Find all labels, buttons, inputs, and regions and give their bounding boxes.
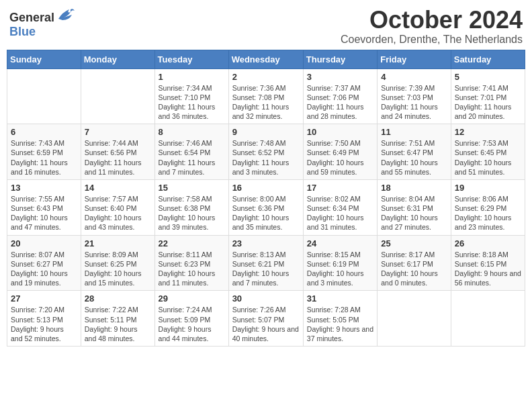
weekday-header: Saturday [451,50,525,68]
calendar-cell: 11Sunrise: 7:51 AM Sunset: 6:47 PM Dayli… [378,124,451,180]
calendar-week-row: 13Sunrise: 7:55 AM Sunset: 6:43 PM Dayli… [7,179,525,235]
day-info: Sunrise: 7:24 AM Sunset: 5:09 PM Dayligh… [159,305,225,343]
day-number: 9 [232,127,300,137]
day-info: Sunrise: 8:06 AM Sunset: 6:29 PM Dayligh… [455,194,521,232]
day-number: 5 [455,72,521,82]
day-number: 6 [11,127,77,137]
day-info: Sunrise: 7:43 AM Sunset: 6:59 PM Dayligh… [11,138,77,177]
calendar-cell: 15Sunrise: 7:58 AM Sunset: 6:38 PM Dayli… [154,179,228,235]
day-number: 18 [381,183,447,193]
calendar-week-row: 20Sunrise: 8:07 AM Sunset: 6:27 PM Dayli… [7,235,525,291]
day-number: 2 [232,72,300,82]
calendar-cell: 25Sunrise: 8:17 AM Sunset: 6:17 PM Dayli… [378,235,451,291]
day-number: 14 [85,183,151,193]
calendar-week-row: 27Sunrise: 7:20 AM Sunset: 5:13 PM Dayli… [7,291,525,347]
day-info: Sunrise: 7:48 AM Sunset: 6:52 PM Dayligh… [232,138,300,177]
day-number: 25 [381,238,447,248]
calendar-cell: 20Sunrise: 8:07 AM Sunset: 6:27 PM Dayli… [7,235,81,291]
calendar-cell: 9Sunrise: 7:48 AM Sunset: 6:52 PM Daylig… [228,124,303,180]
weekday-header: Sunday [7,50,81,68]
calendar-cell: 7Sunrise: 7:44 AM Sunset: 6:56 PM Daylig… [81,124,154,180]
calendar-cell: 10Sunrise: 7:50 AM Sunset: 6:49 PM Dayli… [303,124,377,180]
calendar-cell: 4Sunrise: 7:39 AM Sunset: 7:03 PM Daylig… [378,68,451,124]
weekday-header: Friday [378,50,451,68]
day-info: Sunrise: 7:44 AM Sunset: 6:56 PM Dayligh… [85,138,151,177]
day-info: Sunrise: 8:02 AM Sunset: 6:34 PM Dayligh… [307,194,373,232]
day-info: Sunrise: 7:34 AM Sunset: 7:10 PM Dayligh… [159,83,225,122]
day-number: 10 [307,127,373,137]
logo-blue: Blue [9,25,36,38]
day-number: 11 [381,127,447,137]
weekday-header: Tuesday [154,50,228,68]
day-number: 24 [307,238,373,248]
day-number: 1 [159,72,225,82]
weekday-header-row: SundayMondayTuesdayWednesdayThursdayFrid… [7,50,525,68]
day-info: Sunrise: 8:17 AM Sunset: 6:17 PM Dayligh… [381,250,447,288]
day-info: Sunrise: 7:28 AM Sunset: 5:05 PM Dayligh… [307,305,373,343]
weekday-header: Wednesday [228,50,303,68]
day-info: Sunrise: 8:09 AM Sunset: 6:25 PM Dayligh… [85,250,151,288]
logo-text: General Blue [9,7,75,39]
calendar-cell: 21Sunrise: 8:09 AM Sunset: 6:25 PM Dayli… [81,235,154,291]
day-number: 31 [307,293,373,304]
calendar-cell [81,68,154,124]
day-info: Sunrise: 8:11 AM Sunset: 6:23 PM Dayligh… [159,250,225,288]
calendar-week-row: 6Sunrise: 7:43 AM Sunset: 6:59 PM Daylig… [7,124,525,180]
calendar-cell: 23Sunrise: 8:13 AM Sunset: 6:21 PM Dayli… [228,235,303,291]
day-info: Sunrise: 7:46 AM Sunset: 6:54 PM Dayligh… [159,138,225,177]
month-title: October 2024 [341,7,523,34]
day-number: 8 [159,127,225,137]
page-header: General Blue October 2024 Coevorden, Dre… [7,7,525,46]
day-number: 4 [381,72,447,82]
calendar-cell: 26Sunrise: 8:18 AM Sunset: 6:15 PM Dayli… [451,235,525,291]
calendar-cell: 17Sunrise: 8:02 AM Sunset: 6:34 PM Dayli… [303,179,377,235]
day-number: 23 [232,238,300,248]
title-area: October 2024 Coevorden, Drenthe, The Net… [341,7,523,46]
day-number: 22 [159,238,225,248]
calendar-cell: 31Sunrise: 7:28 AM Sunset: 5:05 PM Dayli… [303,291,377,347]
calendar-cell: 5Sunrise: 7:41 AM Sunset: 7:01 PM Daylig… [451,68,525,124]
day-info: Sunrise: 7:20 AM Sunset: 5:13 PM Dayligh… [11,305,77,343]
day-info: Sunrise: 8:00 AM Sunset: 6:36 PM Dayligh… [232,194,300,232]
calendar-cell: 6Sunrise: 7:43 AM Sunset: 6:59 PM Daylig… [7,124,81,180]
weekday-header: Monday [81,50,154,68]
day-number: 21 [85,238,151,248]
day-number: 7 [85,127,151,137]
day-info: Sunrise: 7:53 AM Sunset: 6:45 PM Dayligh… [455,138,521,177]
day-info: Sunrise: 7:26 AM Sunset: 5:07 PM Dayligh… [232,305,300,343]
day-info: Sunrise: 7:51 AM Sunset: 6:47 PM Dayligh… [381,138,447,177]
day-info: Sunrise: 7:36 AM Sunset: 7:08 PM Dayligh… [232,83,300,122]
calendar-cell: 24Sunrise: 8:15 AM Sunset: 6:19 PM Dayli… [303,235,377,291]
calendar-cell: 1Sunrise: 7:34 AM Sunset: 7:10 PM Daylig… [154,68,228,124]
day-info: Sunrise: 7:58 AM Sunset: 6:38 PM Dayligh… [159,194,225,232]
day-info: Sunrise: 7:41 AM Sunset: 7:01 PM Dayligh… [455,83,521,122]
location-title: Coevorden, Drenthe, The Netherlands [341,34,523,46]
day-number: 19 [455,183,521,193]
day-info: Sunrise: 8:18 AM Sunset: 6:15 PM Dayligh… [455,250,521,288]
day-info: Sunrise: 7:39 AM Sunset: 7:03 PM Dayligh… [381,83,447,122]
calendar-cell: 16Sunrise: 8:00 AM Sunset: 6:36 PM Dayli… [228,179,303,235]
calendar-cell: 8Sunrise: 7:46 AM Sunset: 6:54 PM Daylig… [154,124,228,180]
day-number: 13 [11,183,77,193]
calendar-cell: 27Sunrise: 7:20 AM Sunset: 5:13 PM Dayli… [7,291,81,347]
calendar-cell [378,291,451,347]
calendar-cell: 13Sunrise: 7:55 AM Sunset: 6:43 PM Dayli… [7,179,81,235]
day-number: 3 [307,72,373,82]
day-info: Sunrise: 8:15 AM Sunset: 6:19 PM Dayligh… [307,250,373,288]
day-info: Sunrise: 8:13 AM Sunset: 6:21 PM Dayligh… [232,250,300,288]
calendar-cell: 19Sunrise: 8:06 AM Sunset: 6:29 PM Dayli… [451,179,525,235]
calendar-cell: 18Sunrise: 8:04 AM Sunset: 6:31 PM Dayli… [378,179,451,235]
calendar-cell: 28Sunrise: 7:22 AM Sunset: 5:11 PM Dayli… [81,291,154,347]
calendar-week-row: 1Sunrise: 7:34 AM Sunset: 7:10 PM Daylig… [7,68,525,124]
logo-general: General [9,11,54,24]
calendar-cell: 14Sunrise: 7:57 AM Sunset: 6:40 PM Dayli… [81,179,154,235]
day-number: 26 [455,238,521,248]
day-info: Sunrise: 7:37 AM Sunset: 7:06 PM Dayligh… [307,83,373,122]
logo: General Blue [9,7,75,39]
day-number: 29 [159,293,225,304]
day-info: Sunrise: 7:55 AM Sunset: 6:43 PM Dayligh… [11,194,77,232]
day-info: Sunrise: 7:57 AM Sunset: 6:40 PM Dayligh… [85,194,151,232]
day-info: Sunrise: 7:50 AM Sunset: 6:49 PM Dayligh… [307,138,373,177]
calendar-cell: 2Sunrise: 7:36 AM Sunset: 7:08 PM Daylig… [228,68,303,124]
calendar-cell: 30Sunrise: 7:26 AM Sunset: 5:07 PM Dayli… [228,291,303,347]
